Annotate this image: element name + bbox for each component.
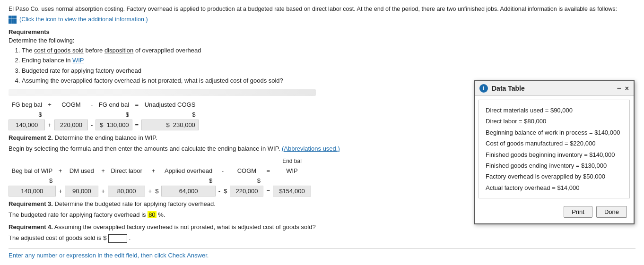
- data-table-modal: i Data Table − × Direct materials used =…: [474, 80, 635, 224]
- modal-footer: Print Done: [475, 202, 634, 223]
- label-wip-end: WIP: [273, 166, 311, 176]
- plus-w5: +: [98, 186, 108, 196]
- req3-pre: The budgeted rate for applying factory o…: [9, 211, 148, 218]
- req-item-3: Budgeted rate for applying factory overh…: [22, 66, 635, 76]
- label-fg-beg-bal: FG beg bal: [9, 100, 45, 110]
- dollar-1: $: [9, 110, 45, 120]
- plus-w4: +: [55, 186, 65, 196]
- label-direct-labor: Direct labor: [108, 166, 145, 176]
- equals-2: =: [132, 120, 142, 130]
- blurred-row: [9, 89, 316, 96]
- wip-formula-table: End bal Beg bal of WIP + DM used + Direc…: [9, 156, 311, 197]
- equals-w1: =: [263, 166, 273, 176]
- label-unadj-cogs: Unadjusted COGS: [142, 100, 199, 110]
- val-cogm: 220,000: [54, 120, 87, 130]
- data-row-2: Direct labor = $80,000: [486, 116, 623, 127]
- click-icon-row: (Click the icon to view the additional i…: [9, 16, 635, 24]
- val-wip-end: $154,000: [273, 186, 311, 196]
- label-beg-wip: Beg bal of WIP: [9, 166, 56, 176]
- requirements-title: Requirements: [9, 28, 635, 35]
- req4-result: The adjusted cost of goods sold is $ .: [9, 233, 635, 243]
- plus-w2: +: [98, 166, 108, 176]
- minus-w2: - $: [215, 186, 230, 196]
- req3-text: Determine the budgeted rate for applying…: [55, 200, 216, 207]
- modal-header: i Data Table − ×: [475, 81, 634, 96]
- req-item-1: The cost of goods sold before dispositio…: [22, 46, 635, 55]
- label-dm-used: DM used: [65, 166, 98, 176]
- intro-text: El Paso Co. uses normal absorption costi…: [9, 6, 617, 12]
- req4-pre: The adjusted cost of goods sold is $: [9, 234, 106, 241]
- equals-w2: =: [263, 186, 273, 196]
- modal-info-icon: i: [479, 84, 488, 93]
- plus-w1: +: [55, 166, 65, 176]
- bottom-note-text: Enter any number or expression in the ed…: [9, 252, 209, 259]
- req4-bold: Requirement 4.: [9, 223, 53, 231]
- req2-text: Determine the ending balance in WIP.: [55, 134, 157, 141]
- val-applied-oh: 64,000: [162, 186, 215, 196]
- minus-sign-1: -: [87, 100, 96, 110]
- req4-period: .: [129, 234, 131, 241]
- req4-text: Assuming the overapplied factory overhea…: [54, 223, 316, 231]
- bottom-note: Enter any number or expression in the ed…: [9, 248, 635, 259]
- wip-link[interactable]: WIP: [72, 57, 84, 64]
- data-row-8: Actual factory overhead = $14,000: [486, 182, 623, 193]
- data-row-7: Factory overhead is overapplied by $50,0…: [486, 171, 623, 182]
- minus-2: -: [87, 120, 96, 130]
- req-item-2: Ending balance in WIP: [22, 56, 635, 65]
- modal-minimize-button[interactable]: −: [617, 85, 621, 92]
- req3-post: %.: [158, 211, 165, 218]
- req4-input[interactable]: [108, 234, 127, 243]
- label-cogm: COGM: [54, 100, 87, 110]
- req3-pct: 80: [148, 211, 156, 218]
- val-beg-wip: 140,000: [9, 186, 56, 196]
- val-fg-end-bal: $ 130,000: [96, 120, 132, 130]
- req1-formula-table: FG beg bal + COGM - FG end bal = Unadjus…: [9, 100, 199, 130]
- data-row-3: Beginning balance of work in process = $…: [486, 127, 623, 138]
- minus-w1: -: [215, 166, 230, 176]
- requirements-list: The cost of goods sold before dispositio…: [22, 46, 635, 85]
- data-row-6: Finished goods ending inventory = $130,0…: [486, 160, 623, 171]
- modal-close-button[interactable]: ×: [625, 85, 629, 92]
- val-unadj-cogs: $ 230,000: [142, 120, 199, 130]
- data-row-1: Direct materials used = $90,000: [486, 105, 623, 116]
- req2-formula-intro: Begin by selecting the formula and then …: [9, 145, 282, 152]
- plus-2: +: [45, 120, 55, 130]
- modal-body: Direct materials used = $90,000 Direct l…: [479, 100, 630, 198]
- val-fg-beg-bal: 140,000: [9, 120, 45, 130]
- equals-sign-1: =: [132, 100, 142, 110]
- done-button[interactable]: Done: [596, 206, 627, 218]
- requirements-subtitle: Determine the following:: [9, 37, 635, 44]
- label-cogm-w: COGM: [230, 166, 263, 176]
- label-fg-end-bal: FG end bal: [96, 100, 132, 110]
- val-cogm-w: 220,000: [230, 186, 263, 196]
- print-button[interactable]: Print: [564, 206, 592, 218]
- plus-w6: + $: [145, 186, 162, 196]
- plus-w3: +: [145, 166, 162, 176]
- intro-paragraph: El Paso Co. uses normal absorption costi…: [9, 5, 635, 14]
- data-row-5: Finished goods beginning inventory = $14…: [486, 149, 623, 160]
- abbrev-link[interactable]: (Abbreviations used.): [282, 145, 340, 152]
- grid-icon[interactable]: [9, 16, 17, 24]
- click-icon-label[interactable]: (Click the icon to view the additional i…: [19, 16, 148, 23]
- val-direct-labor: 80,000: [108, 186, 145, 196]
- val-dm-used: 90,000: [65, 186, 98, 196]
- plus-sign-1: +: [45, 100, 55, 110]
- data-row-4: Cost of goods manufactured = $220,000: [486, 138, 623, 149]
- modal-title: Data Table: [492, 85, 617, 92]
- end-bal-header: End bal: [273, 156, 311, 166]
- req2-bold: Requirement 2.: [9, 134, 53, 141]
- req3-bold: Requirement 3.: [9, 200, 53, 207]
- label-applied-oh: Applied overhead: [162, 166, 215, 176]
